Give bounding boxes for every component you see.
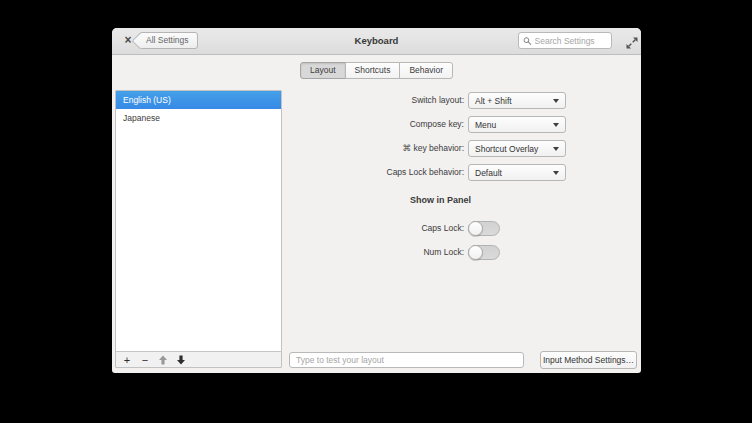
arrow-up-icon — [158, 355, 168, 365]
dropdown-caret-icon — [553, 147, 559, 151]
num-lock-toggle-label: Num Lock: — [364, 245, 464, 260]
dropdown-caret-icon — [553, 171, 559, 175]
switch-layout-label: Switch layout: — [312, 92, 464, 109]
compose-key-label: Compose key: — [312, 116, 464, 133]
layout-list-item-japanese[interactable]: Japanese — [116, 109, 281, 127]
move-layout-down-button[interactable] — [174, 353, 188, 367]
keyboard-settings-window: × All Settings Keyboard Layout Shortcuts… — [112, 28, 641, 373]
dropdown-caret-icon — [553, 123, 559, 127]
view-tabbar: Layout Shortcuts Behavior — [112, 62, 641, 79]
caps-lock-toggle-label: Caps Lock: — [364, 221, 464, 236]
all-settings-back-button[interactable]: All Settings — [139, 32, 198, 49]
caps-lock-behavior-value: Default — [475, 168, 553, 178]
minus-icon: − — [142, 354, 148, 366]
caps-lock-behavior-label: Caps Lock behavior: — [312, 164, 464, 181]
desktop-background: { "window": { "title": "Keyboard", "back… — [0, 0, 752, 423]
layout-list-panel: English (US) Japanese + − — [115, 90, 282, 368]
arrow-down-icon — [176, 355, 186, 365]
headerbar: × All Settings Keyboard — [112, 28, 641, 55]
toggle-knob — [468, 245, 483, 260]
layout-list-item-english-us[interactable]: English (US) — [116, 91, 281, 109]
switch-layout-dropdown[interactable]: Alt + Shift — [468, 92, 566, 109]
plus-icon: + — [124, 354, 130, 366]
cmd-key-behavior-label: ⌘ key behavior: — [312, 140, 464, 157]
caps-lock-behavior-dropdown[interactable]: Default — [468, 164, 566, 181]
tab-layout[interactable]: Layout — [300, 62, 346, 79]
add-layout-button[interactable]: + — [120, 353, 134, 367]
remove-layout-button[interactable]: − — [138, 353, 152, 367]
cmd-key-behavior-dropdown[interactable]: Shortcut Overlay — [468, 140, 566, 157]
tab-behavior[interactable]: Behavior — [399, 62, 453, 79]
layout-list-toolbar: + − — [116, 351, 281, 367]
search-input[interactable] — [535, 36, 607, 46]
toggle-knob — [468, 221, 483, 236]
search-icon — [523, 36, 532, 46]
layout-test-input[interactable] — [289, 352, 524, 368]
back-button-label: All Settings — [146, 35, 189, 45]
caps-lock-toggle[interactable] — [468, 221, 500, 236]
tab-shortcuts[interactable]: Shortcuts — [345, 62, 401, 79]
dropdown-caret-icon — [553, 99, 559, 103]
move-layout-up-button[interactable] — [156, 353, 170, 367]
maximize-icon[interactable] — [626, 35, 638, 47]
search-field[interactable] — [518, 32, 612, 49]
compose-key-dropdown[interactable]: Menu — [468, 116, 566, 133]
show-in-panel-heading: Show in Panel — [410, 195, 471, 205]
input-method-settings-button[interactable]: Input Method Settings… — [540, 351, 637, 369]
switch-layout-value: Alt + Shift — [475, 96, 553, 106]
num-lock-toggle[interactable] — [468, 245, 500, 260]
compose-key-value: Menu — [475, 120, 553, 130]
cmd-key-behavior-value: Shortcut Overlay — [475, 144, 553, 154]
layout-list: English (US) Japanese — [116, 91, 281, 351]
